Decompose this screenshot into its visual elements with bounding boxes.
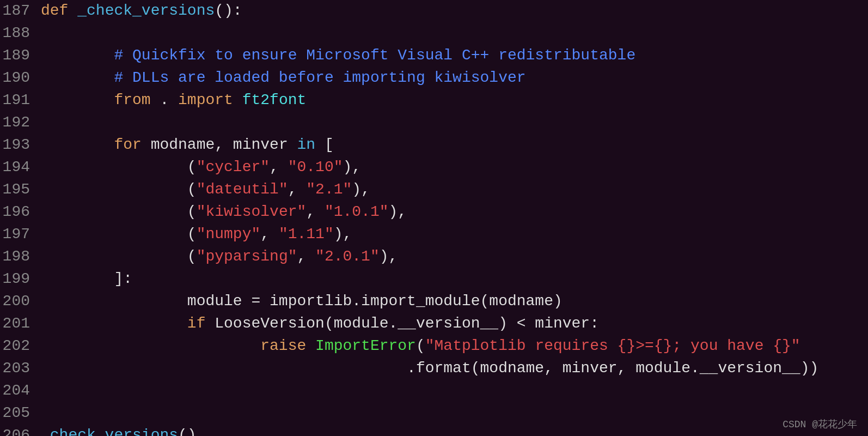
token-string-red: "1.0.1"	[325, 203, 389, 220]
code-line: 204	[0, 380, 868, 402]
token-normal: (	[416, 337, 425, 354]
token-normal	[41, 337, 260, 354]
code-line: 194 ("cycler", "0.10"),	[0, 156, 868, 179]
line-number: 198	[0, 246, 41, 268]
line-content: from . import ft2font	[41, 89, 868, 112]
line-content: ("kiwisolver", "1.0.1"),	[41, 201, 868, 223]
token-string-red: "dateutil"	[197, 181, 288, 198]
line-number: 192	[0, 112, 41, 134]
code-line: 199 ]:	[0, 268, 868, 290]
line-content: for modname, minver in [	[41, 134, 868, 156]
token-normal: ():	[215, 2, 242, 19]
line-number: 190	[0, 67, 41, 89]
token-string-red: "kiwisolver"	[197, 203, 307, 220]
line-number: 193	[0, 134, 41, 156]
line-number: 195	[0, 179, 41, 201]
token-string-red: "pyparsing"	[197, 248, 297, 265]
line-content	[41, 380, 868, 402]
line-number: 189	[0, 45, 41, 67]
line-content: def _check_versions():	[41, 0, 868, 22]
token-fn-name: _check_versions	[41, 427, 178, 436]
token-normal: (	[41, 248, 197, 265]
line-number: 200	[0, 290, 41, 313]
token-comment: # DLLs are loaded before importing kiwis…	[114, 69, 525, 86]
token-comment: # Quickfix to ensure Microsoft Visual C+…	[114, 47, 635, 64]
line-number: 205	[0, 402, 41, 425]
token-string-red: "Matplotlib requires {}>={}; you have {}…	[425, 337, 800, 354]
code-line: 188	[0, 22, 868, 45]
token-normal: ]:	[41, 270, 132, 287]
token-string-red: "1.11"	[279, 226, 334, 243]
token-normal: ),	[380, 248, 398, 265]
code-line: 202 raise ImportError("Matplotlib requir…	[0, 335, 868, 358]
code-line: 190 # DLLs are loaded before importing k…	[0, 67, 868, 89]
code-line: 205	[0, 402, 868, 425]
token-normal: ),	[352, 181, 370, 198]
code-line: 206_check_versions()	[0, 425, 868, 436]
token-string-red: "2.1"	[306, 181, 352, 198]
token-kw-from: from	[114, 92, 150, 108]
code-line: 203 .format(modname, minver, module.__ve…	[0, 358, 868, 380]
token-normal: ),	[389, 203, 407, 220]
code-line: 189 # Quickfix to ensure Microsoft Visua…	[0, 45, 868, 67]
line-number: 188	[0, 22, 41, 45]
line-content	[41, 402, 868, 425]
token-normal	[41, 47, 114, 64]
token-string-red: "0.10"	[288, 159, 343, 175]
token-fn-name: _check_versions	[77, 2, 215, 19]
token-normal: modname, minver	[142, 136, 297, 153]
line-number: 196	[0, 201, 41, 223]
token-normal: (	[41, 181, 197, 198]
code-line: 197 ("numpy", "1.11"),	[0, 223, 868, 246]
token-string-red: "cycler"	[197, 159, 270, 175]
line-content: ("cycler", "0.10"),	[41, 156, 868, 179]
token-normal: ,	[270, 159, 288, 175]
line-content: # DLLs are loaded before importing kiwis…	[41, 67, 868, 89]
token-normal: ,	[288, 181, 307, 198]
code-line: 200 module = importlib.import_module(mod…	[0, 290, 868, 313]
code-line: 196 ("kiwisolver", "1.0.1"),	[0, 201, 868, 223]
line-number: 202	[0, 335, 41, 358]
line-content: # Quickfix to ensure Microsoft Visual C+…	[41, 45, 868, 67]
line-content: module = importlib.import_module(modname…	[41, 290, 868, 313]
line-number: 199	[0, 268, 41, 290]
token-normal: module = importlib.import_module(modname…	[41, 293, 563, 310]
token-normal: ),	[334, 226, 352, 243]
token-normal: [	[315, 136, 334, 153]
line-content	[41, 112, 868, 134]
token-normal: ,	[306, 203, 325, 220]
line-number: 204	[0, 380, 41, 402]
line-content: ("dateutil", "2.1"),	[41, 179, 868, 201]
code-line: 191 from . import ft2font	[0, 89, 868, 112]
token-kw-in: in	[297, 136, 316, 153]
token-normal: ()	[178, 427, 197, 436]
line-number: 187	[0, 0, 41, 22]
line-content	[41, 22, 868, 45]
token-import-name: ft2font	[242, 92, 307, 108]
line-content: ]:	[41, 268, 868, 290]
token-module-name: ImportError	[315, 337, 416, 354]
token-string-red: "2.0.1"	[315, 248, 380, 265]
token-kw-if: if	[187, 315, 206, 332]
code-line: 198 ("pyparsing", "2.0.1"),	[0, 246, 868, 268]
line-number: 203	[0, 358, 41, 380]
code-line: 193 for modname, minver in [	[0, 134, 868, 156]
token-kw-raise: raise	[260, 337, 306, 354]
token-normal: (	[41, 226, 197, 243]
token-normal: ,	[260, 226, 279, 243]
line-content: ("numpy", "1.11"),	[41, 223, 868, 246]
token-normal	[41, 92, 114, 108]
token-normal: .format(modname, minver, module.__versio…	[41, 360, 818, 377]
token-normal: ,	[297, 248, 316, 265]
token-kw-for: for	[114, 136, 141, 153]
line-content: .format(modname, minver, module.__versio…	[41, 358, 868, 380]
line-content: ("pyparsing", "2.0.1"),	[41, 246, 868, 268]
code-line: 187def _check_versions():	[0, 0, 868, 22]
line-number: 191	[0, 89, 41, 112]
footer-watermark: CSDN @花花少年	[783, 417, 857, 432]
code-line: 195 ("dateutil", "2.1"),	[0, 179, 868, 201]
token-normal: (	[41, 203, 197, 220]
token-string-red: "numpy"	[197, 226, 261, 243]
line-number: 197	[0, 223, 41, 246]
token-normal: (	[41, 159, 197, 175]
